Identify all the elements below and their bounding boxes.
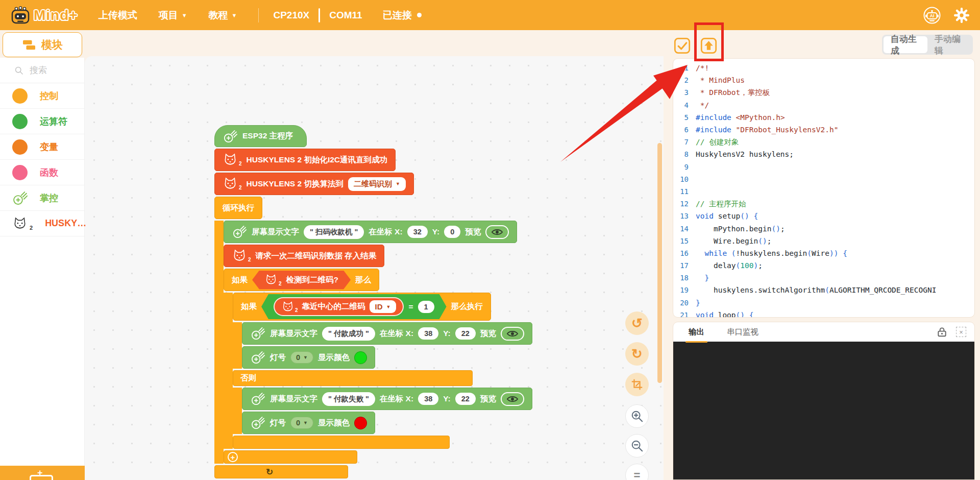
mindplus-logo[interactable]: Mind+ — [10, 6, 78, 25]
text-input[interactable]: " 付款成功 " — [322, 327, 375, 341]
search-icon — [14, 66, 23, 75]
block-request-qrcode-data[interactable]: 2 请求一次二维码识别数据 存入结果 — [224, 245, 384, 267]
sidebar-item-label: 函数 — [40, 166, 58, 179]
search-input[interactable]: 搜索 — [0, 58, 84, 83]
equals-operator[interactable]: 2 靠近中心的二维码 ID▼ = 1 — [261, 294, 447, 319]
text-input[interactable]: " 付款失败 " — [322, 392, 375, 406]
block-display-text-title[interactable]: 屏幕显示文字 " 扫码收款机 " 在坐标 X: 32 Y: 0 预览 — [224, 221, 517, 243]
husky-icon — [264, 274, 278, 286]
menu-project[interactable]: 项目▼ — [159, 9, 187, 22]
algorithm-dropdown[interactable]: 二维码识别▼ — [348, 177, 406, 191]
menu-tutorial[interactable]: 教程▼ — [209, 9, 237, 22]
y-input[interactable]: 22 — [455, 327, 476, 340]
code-line: 5#include <MPython.h> — [673, 111, 974, 124]
sidebar-item-label: 控制 — [40, 90, 58, 102]
connection-status: 已连接 — [383, 9, 422, 22]
block-display-text-success[interactable]: 屏幕显示文字 " 付款成功 " 在坐标 X: 38 Y: 22 预览 — [242, 322, 532, 345]
screenshot-button[interactable] — [625, 373, 649, 396]
id-value-input[interactable]: 1 — [418, 301, 434, 313]
redo-button[interactable]: ↻ — [625, 342, 649, 366]
color-swatch-red[interactable] — [354, 417, 367, 429]
top-navbar: Mind+ 上传模式 项目▼ 教程▼ CP210X COM11 已连接 AI — [0, 0, 980, 30]
tab-modules-label: 模块 — [41, 38, 63, 52]
loop-header[interactable]: 循环执行 — [214, 197, 262, 219]
sidebar-item-huskylens[interactable]: 2HUSKY… — [0, 211, 84, 236]
loop-footer: ↻ — [214, 465, 348, 478]
device-port-label[interactable]: COM11 — [329, 10, 362, 21]
color-swatch-green[interactable] — [354, 351, 367, 364]
extensions-button[interactable]: + — [0, 466, 85, 480]
y-input[interactable]: 0 — [444, 226, 460, 238]
led-number-dropdown[interactable]: 0▼ — [290, 351, 313, 364]
verify-check-button[interactable] — [674, 37, 691, 54]
tab-output[interactable]: 输出 — [689, 327, 704, 338]
menu-upload-mode[interactable]: 上传模式 — [99, 9, 137, 22]
preview-eye-toggle[interactable] — [501, 327, 524, 341]
x-input[interactable]: 32 — [407, 226, 428, 238]
block-if-id-equals[interactable]: 如果 2 靠近中心的二维码 ID▼ = — [233, 293, 532, 449]
code-line: 18 } — [673, 272, 974, 284]
manual-edit-tab[interactable]: 手动编辑 — [927, 36, 971, 53]
auto-generate-tab[interactable]: 自动生成 — [884, 36, 927, 53]
block-husky-switch-algorithm[interactable]: 2 HUSKYLENS 2 切换算法到 二维码识别▼ — [214, 173, 414, 195]
condition-qrcode-detected[interactable]: 2 检测到二维码? — [252, 271, 351, 290]
device-chip-label[interactable]: CP210X — [273, 10, 309, 21]
tab-serial-monitor[interactable]: 串口监视 — [727, 327, 758, 338]
sidebar-item-functions[interactable]: 函数 — [0, 160, 84, 185]
zoom-in-button[interactable] — [625, 404, 649, 428]
output-terminal[interactable] — [673, 342, 974, 480]
clear-output-button[interactable]: × — [956, 327, 966, 337]
sidebar-item-operators[interactable]: 运算符 — [0, 109, 84, 134]
svg-text:AI: AI — [930, 13, 935, 18]
chevron-down-icon: ▼ — [396, 181, 400, 186]
board-comet-icon — [250, 326, 265, 341]
preview-eye-toggle[interactable] — [485, 225, 509, 239]
navbar-divider — [318, 8, 320, 22]
settings-gear-icon[interactable] — [953, 7, 970, 23]
sidebar-item-control[interactable]: 控制 — [0, 83, 84, 109]
sidebar-item-label: 掌控 — [40, 192, 58, 204]
sidebar-item-board[interactable]: 掌控 — [0, 185, 84, 211]
connected-dot-icon — [417, 13, 422, 17]
block-workspace[interactable]: ESP32 主程序 2 HUSKYLENS 2 初始化I2C通讯直到成功 2 H… — [85, 56, 664, 480]
canvas-scrollbar[interactable] — [657, 143, 662, 383]
board-comet-icon — [223, 129, 238, 143]
code-line: 1/*! — [673, 62, 974, 74]
block-display-text-fail[interactable]: 屏幕显示文字 " 付款失败 " 在坐标 X: 38 Y: 22 预览 — [242, 388, 532, 410]
led-number-dropdown[interactable]: 0▼ — [290, 417, 313, 429]
block-esp32-main[interactable]: ESP32 主程序 — [214, 125, 307, 147]
code-editor-panel[interactable]: 1/*!2 * MindPlus3 * DFRobot，掌控板4 */5#inc… — [673, 58, 975, 318]
block-husky-init[interactable]: 2 HUSKYLENS 2 初始化I2C通讯直到成功 — [214, 149, 396, 171]
y-input[interactable]: 22 — [455, 393, 476, 405]
ai-assistant-icon[interactable]: AI — [923, 6, 941, 25]
tab-modules[interactable]: 模块 — [3, 32, 82, 57]
id-property-dropdown[interactable]: ID▼ — [370, 300, 397, 313]
code-line: 21void loop() { — [673, 309, 974, 318]
text-input[interactable]: " 扫码收款机 " — [304, 225, 364, 239]
then-body: 屏幕显示文字 " 付款成功 " 在坐标 X: 38 Y: 22 预览 — [233, 322, 532, 369]
blocks-icon — [22, 39, 36, 51]
code-line: 15 Wire.begin(); — [673, 235, 974, 247]
reporter-near-center-qrcode[interactable]: 2 靠近中心的二维码 ID▼ — [274, 297, 404, 316]
block-loop-forever[interactable]: 循环执行 屏幕显示文字 " 扫码收款机 " 在坐标 X: 32 Y: 0 预览 — [214, 197, 532, 480]
sidebar-item-variables[interactable]: 变量 — [0, 134, 84, 160]
block-led-green[interactable]: 灯号 0▼ 显示颜色 — [242, 346, 375, 369]
lock-icon[interactable] — [936, 326, 948, 338]
loop-repeat-icon: ↻ — [266, 467, 273, 477]
block-if-detected[interactable]: 如果 2 检测到二维码? 那么 如果 — [224, 269, 532, 464]
x-input[interactable]: 38 — [418, 327, 438, 340]
block-led-red[interactable]: 灯号 0▼ 显示颜色 — [242, 412, 375, 434]
add-branch-button[interactable]: + — [228, 452, 238, 462]
if-id-header[interactable]: 如果 2 靠近中心的二维码 ID▼ = — [233, 293, 491, 321]
if-header[interactable]: 如果 2 检测到二维码? 那么 — [224, 269, 379, 291]
x-input[interactable]: 38 — [418, 393, 438, 405]
code-line: 13void setup() { — [673, 210, 974, 222]
husky-icon — [12, 216, 28, 231]
undo-icon: ↺ — [631, 317, 643, 330]
chevron-down-icon: ▼ — [303, 355, 308, 360]
code-line: 2 * MindPlus — [673, 74, 974, 86]
zoom-out-button[interactable] — [625, 434, 649, 458]
preview-eye-toggle[interactable] — [501, 392, 524, 406]
output-panel: 输出 串口监视 × — [673, 322, 975, 480]
undo-button[interactable]: ↺ — [625, 311, 649, 335]
